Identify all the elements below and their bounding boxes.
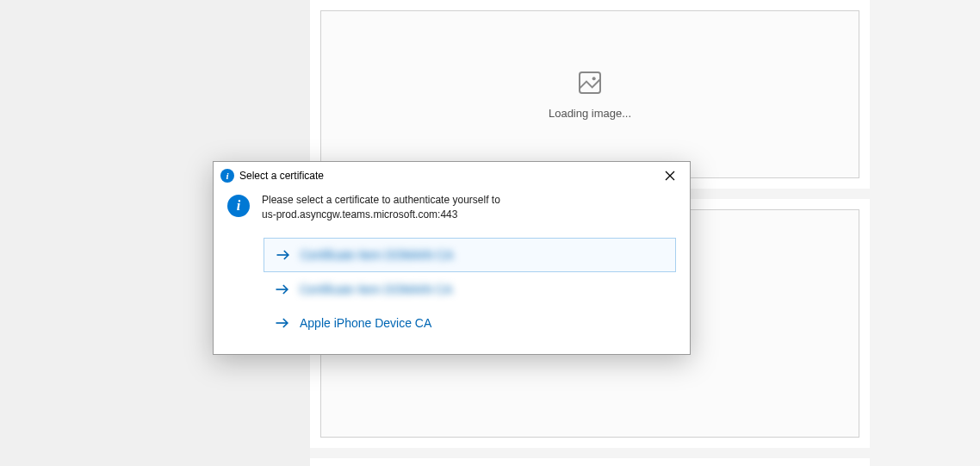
dialog-message: Please select a certificate to authentic… [262,193,500,222]
arrow-right-icon [274,281,291,298]
svg-point-1 [592,77,596,80]
image-icon [576,69,604,96]
info-icon: i [220,169,234,183]
certificate-label: Apple iPhone Device CA [300,316,431,330]
loading-text: Loading image... [549,107,631,120]
certificate-option[interactable]: Certificate Item DOMAIN CA [264,273,676,306]
arrow-right-icon [275,246,292,264]
certificate-list: Certificate Item DOMAIN CA Certificate I… [264,238,676,339]
dialog-body: i Please select a certificate to authent… [214,186,690,354]
certificate-dialog: i Select a certificate i Please select a… [213,161,691,355]
certificate-option[interactable]: Apple iPhone Device CA [264,307,676,339]
image-placeholder: Loading image... [320,10,859,178]
close-button[interactable] [657,165,683,186]
dialog-message-row: i Please select a certificate to authent… [227,193,676,222]
dialog-message-line1: Please select a certificate to authentic… [262,194,500,206]
certificate-option[interactable]: Certificate Item DOMAIN CA [264,238,676,272]
image-card [310,458,870,466]
certificate-label: Certificate Item DOMAIN CA [300,283,452,296]
certificate-label: Certificate Item DOMAIN CA [301,248,453,262]
dialog-message-line2: us-prod.asyncgw.teams.microsoft.com:443 [262,208,457,221]
dialog-title: Select a certificate [239,170,657,182]
close-icon [665,171,675,181]
info-icon: i [227,195,250,217]
dialog-header: i Select a certificate [214,162,690,186]
arrow-right-icon [274,314,291,332]
